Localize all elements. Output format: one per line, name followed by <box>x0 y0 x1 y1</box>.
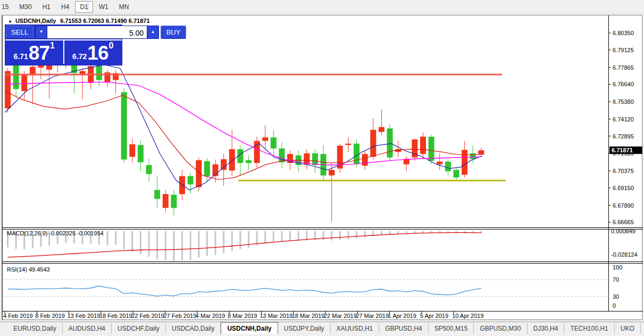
sell-button[interactable]: SELL <box>6 26 34 39</box>
candle <box>345 144 351 145</box>
macd-histogram-bar <box>156 231 158 259</box>
candle <box>362 154 368 166</box>
macd-histogram-bar <box>364 231 366 237</box>
price-axis-label: 6.75380 <box>613 99 634 105</box>
symbol-tab[interactable]: SP500,M15 <box>429 323 474 334</box>
macd-axis-max-label: 0.000849 <box>611 228 635 234</box>
date-axis-label: 8 Feb 2019 <box>35 313 65 319</box>
timeframe-button[interactable]: 15 <box>0 1 13 13</box>
bid-quote[interactable]: 6.71 87 1 <box>5 40 63 64</box>
rsi-axis-label: 100 <box>613 264 622 271</box>
symbol-tab[interactable]: UKO <box>615 323 641 334</box>
symbol-tab[interactable]: TECH100,H1 <box>564 323 614 334</box>
symbol-tab[interactable]: XAUUSD,H1 <box>331 323 380 334</box>
symbol-tab-bar: EURUSD,DailyAUDUSD,H4USDCHF,DailyUSDCAD,… <box>0 322 644 334</box>
symbol-tab[interactable]: AUDUSD,H4 <box>63 323 112 334</box>
ask-quote[interactable]: 6.72 16 0 <box>63 40 122 64</box>
macd-histogram-bar <box>422 231 424 233</box>
candle <box>146 165 152 174</box>
macd-histogram-bar <box>223 231 224 253</box>
candle <box>154 190 160 199</box>
volume-decrease-icon[interactable]: ▼ <box>36 26 47 38</box>
price-axis-label: 6.74120 <box>613 116 634 122</box>
date-axis-label: 27 Feb 2019 <box>164 313 197 319</box>
macd-histogram-bar <box>231 231 233 251</box>
candle <box>129 144 135 157</box>
price-axis-label: 6.72895 <box>613 133 634 140</box>
symbol-tab[interactable]: GBPUSD,M30 <box>474 323 527 334</box>
date-axis-label: 22 Mar 2019 <box>324 313 357 319</box>
timeframe-button[interactable]: H1 <box>38 1 55 13</box>
collapse-triangle-icon[interactable]: ▲ <box>8 19 12 23</box>
date-axis-label: 22 Feb 2019 <box>131 313 164 319</box>
ma-fast-blue-line <box>5 65 482 190</box>
macd-histogram-bar <box>331 231 332 241</box>
macd-histogram-bar <box>131 231 133 251</box>
symbol-tab[interactable]: DJ30,H4 <box>528 323 565 334</box>
macd-histogram-bar <box>181 231 183 260</box>
timeframe-button[interactable]: W1 <box>94 1 113 13</box>
buy-button[interactable]: BUY <box>161 26 186 39</box>
candle <box>387 128 393 158</box>
macd-histogram-bar <box>339 231 341 240</box>
symbol-tab[interactable]: USDCNH,Daily <box>221 322 278 334</box>
macd-histogram-bar <box>264 231 266 243</box>
candle <box>420 137 426 154</box>
tab-scroll-left-icon[interactable]: ◄ <box>641 324 644 332</box>
rsi-label: RSI(14) 49.4543 <box>7 266 50 273</box>
date-axis-label: 18 Mar 2019 <box>292 313 325 319</box>
ask-sup-digit: 0 <box>109 40 114 51</box>
macd-histogram-bar <box>198 231 199 258</box>
candle <box>163 194 169 208</box>
ask-prefix: 6.72 <box>72 52 87 61</box>
date-axis-label: 4 Feb 2019 <box>3 313 33 319</box>
volume-spinner: ▼ ▲ <box>35 26 159 39</box>
rsi-axis-label: 70 <box>613 276 619 283</box>
rsi-axis-label: 0 <box>613 302 616 309</box>
timeframe-button[interactable]: MN <box>114 1 134 13</box>
macd-histogram-bar <box>397 231 399 234</box>
candle <box>262 137 268 141</box>
symbol-tab[interactable]: USDJPY,Daily <box>278 323 331 334</box>
price-axis-label: 6.76640 <box>613 81 634 87</box>
macd-histogram-bar <box>389 231 391 234</box>
macd-histogram-bar <box>239 231 241 249</box>
candle <box>246 160 252 163</box>
chart-title: ▲USDCNH,Daily6.71553 6.72063 6.71490 6.7… <box>8 18 150 24</box>
timeframe-button[interactable]: H4 <box>56 1 74 13</box>
candle <box>5 71 11 108</box>
price-axis-label: 6.70375 <box>613 168 634 174</box>
date-axis-label: 13 Feb 2019 <box>68 313 101 319</box>
volume-increase-icon[interactable]: ▲ <box>147 26 158 38</box>
bid-big-digits: 87 <box>29 44 49 63</box>
ma-mid-red-line <box>5 91 483 179</box>
price-axis-label: 6.79125 <box>613 47 634 53</box>
chart-ohlc-quotes: 6.71553 6.72063 6.71490 6.71871 <box>60 18 149 24</box>
candle <box>21 75 27 91</box>
rsi-line <box>8 286 481 296</box>
price-axis-label: 6.66665 <box>613 219 634 225</box>
symbol-tab[interactable]: EURUSD,Daily <box>7 323 63 334</box>
tab-scroll-arrows: ◄ ► <box>641 322 644 334</box>
candle <box>138 145 144 162</box>
macd-histogram-bar <box>140 231 141 254</box>
candle <box>121 92 127 159</box>
macd-histogram-bar <box>281 231 282 242</box>
symbol-tab[interactable]: USDCAD,Daily <box>166 323 221 334</box>
candle <box>370 130 376 157</box>
chart-symbol-period: USDCNH,Daily <box>15 18 56 24</box>
chart-window[interactable]: ▲USDCNH,Daily6.71553 6.72063 6.71490 6.7… <box>2 15 642 320</box>
candle <box>221 159 227 170</box>
date-axis-label: 1 Apr 2019 <box>388 313 416 319</box>
date-axis-label: 13 Mar 2019 <box>260 313 292 319</box>
symbol-tab[interactable]: GBPUSD,H4 <box>379 323 428 334</box>
candlestick-series <box>5 56 484 222</box>
timeframe-button[interactable]: M30 <box>14 1 36 13</box>
date-axis-label: 8 Mar 2019 <box>228 313 257 319</box>
bid-prefix: 6.71 <box>14 52 28 61</box>
symbol-tab[interactable]: USDCHF,Daily <box>112 323 166 334</box>
macd-label: MACD(12,26,9) -0.002325 -0.001954 <box>7 230 104 236</box>
macd-histogram-bar <box>215 231 216 255</box>
date-axis-label: 4 Mar 2019 <box>196 313 225 319</box>
volume-input[interactable] <box>47 26 147 38</box>
